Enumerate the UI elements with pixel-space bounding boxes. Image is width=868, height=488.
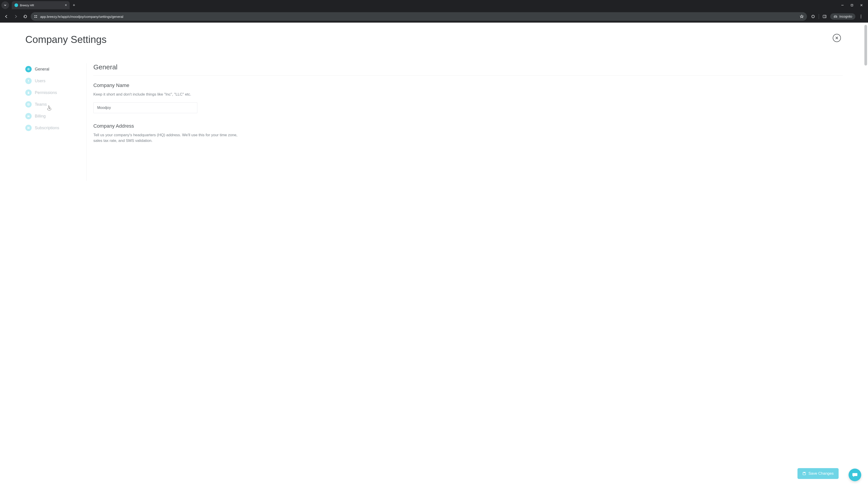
tab-title: Breezy HR [20, 4, 63, 7]
svg-point-8 [861, 15, 861, 15]
close-settings-button[interactable] [833, 34, 841, 42]
svg-rect-13 [28, 92, 29, 94]
sidebar-item-label: Subscriptions [35, 126, 59, 130]
url-text: app.breezy.hr/app/c/moodjoy/company/sett… [40, 15, 797, 19]
incognito-label: Incognito [839, 15, 852, 18]
browser-tab[interactable]: Breezy HR × [12, 1, 70, 9]
toolbar-right: Incognito [808, 13, 866, 20]
new-tab-button[interactable]: + [70, 3, 79, 8]
sidebar-item-label: Teams [35, 102, 47, 107]
gear-icon [25, 66, 32, 72]
svg-rect-18 [29, 127, 30, 128]
svg-rect-1 [851, 4, 853, 6]
scrollbar-thumb[interactable] [864, 25, 867, 66]
svg-rect-3 [36, 15, 37, 16]
svg-point-11 [28, 69, 29, 70]
sidebar-item-label: Users [35, 78, 45, 84]
sidebar-item-billing[interactable]: Billing [25, 110, 77, 122]
sidebar-item-label: General [35, 67, 49, 72]
settings-main: General Company Name Keep it short and d… [86, 63, 843, 181]
teams-icon [25, 101, 32, 107]
save-changes-button[interactable]: Save Changes [798, 468, 839, 479]
save-icon [802, 472, 806, 475]
tab-bar: Breezy HR × + [0, 0, 868, 10]
page-header: Company Settings [0, 23, 868, 52]
sidepanel-icon[interactable] [821, 13, 828, 20]
sidebar-item-teams[interactable]: Teams [25, 98, 77, 110]
address-bar[interactable]: app.breezy.hr/app/c/moodjoy/company/sett… [31, 12, 807, 21]
svg-rect-20 [29, 128, 30, 129]
content-wrap: General Users Permissions Teams [0, 52, 868, 181]
sidebar-item-general[interactable]: General [25, 63, 77, 75]
card-icon [25, 113, 32, 119]
company-address-label: Company Address [93, 123, 843, 129]
maximize-button[interactable] [848, 2, 855, 8]
chat-widget-button[interactable] [848, 468, 861, 481]
svg-rect-2 [34, 15, 35, 16]
browser-toolbar: app.breezy.hr/app/c/moodjoy/company/sett… [0, 10, 868, 23]
incognito-icon [833, 15, 837, 18]
svg-rect-6 [823, 15, 826, 18]
company-name-group: Company Name Keep it short and don't inc… [93, 83, 843, 113]
browser-chrome: Breezy HR × + app.breezy.hr/app/c/moodjo… [0, 0, 868, 23]
company-address-hint: Tell us your company's headquarters (HQ)… [93, 132, 247, 144]
svg-rect-5 [36, 17, 37, 18]
page-viewport: Company Settings General Users [0, 23, 868, 488]
forward-button[interactable] [12, 12, 20, 21]
close-window-button[interactable] [858, 2, 865, 8]
site-settings-icon[interactable] [34, 15, 37, 18]
company-name-label: Company Name [93, 83, 843, 88]
window-controls [839, 2, 868, 8]
company-name-input[interactable] [93, 102, 197, 113]
incognito-badge[interactable]: Incognito [830, 13, 855, 20]
favicon-icon [14, 3, 18, 7]
lock-icon [25, 90, 32, 96]
svg-rect-19 [28, 128, 29, 129]
scrollbar-track[interactable] [864, 23, 868, 488]
bookmark-star-icon[interactable] [800, 14, 804, 19]
sidebar-item-permissions[interactable]: Permissions [25, 87, 77, 98]
company-address-group: Company Address Tell us your company's h… [93, 123, 843, 144]
page-title: Company Settings [25, 34, 107, 45]
tab-close-icon[interactable]: × [65, 3, 67, 7]
svg-point-10 [861, 18, 861, 18]
sidebar-item-label: Billing [35, 114, 46, 119]
svg-rect-4 [34, 17, 35, 18]
sidebar-item-users[interactable]: Users [25, 75, 77, 87]
svg-point-9 [861, 16, 861, 17]
svg-point-12 [28, 80, 29, 81]
sidebar-item-label: Permissions [35, 90, 57, 95]
svg-rect-17 [28, 127, 29, 128]
save-button-label: Save Changes [808, 471, 834, 476]
extensions-icon[interactable] [810, 13, 816, 20]
tab-search-dropdown[interactable] [1, 1, 9, 9]
menu-icon[interactable] [858, 13, 864, 20]
settings-sidebar: General Users Permissions Teams [25, 63, 77, 181]
section-title: General [93, 63, 843, 76]
company-name-hint: Keep it short and don't include things l… [93, 92, 247, 97]
minimize-button[interactable] [839, 2, 846, 8]
chat-icon [852, 472, 858, 478]
grid-icon [25, 125, 32, 131]
user-icon [25, 78, 32, 84]
sidebar-item-subscriptions[interactable]: Subscriptions [25, 122, 77, 134]
back-button[interactable] [2, 12, 10, 21]
svg-rect-22 [804, 472, 805, 473]
reload-button[interactable] [21, 12, 29, 21]
svg-rect-16 [27, 116, 30, 116]
